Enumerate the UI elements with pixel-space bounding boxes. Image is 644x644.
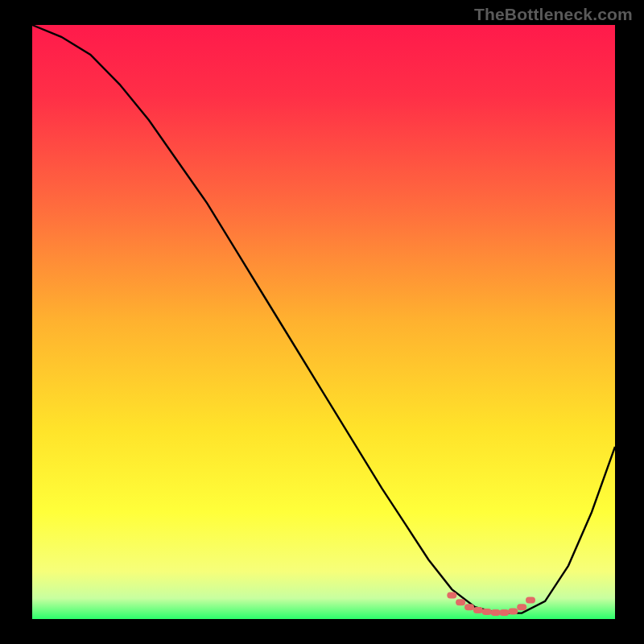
optimal-marker xyxy=(473,607,483,613)
optimal-marker xyxy=(456,599,465,605)
optimal-marker xyxy=(499,609,509,616)
optimal-marker xyxy=(482,609,492,615)
bottleneck-chart xyxy=(0,0,644,644)
optimal-marker xyxy=(517,604,526,610)
optimal-marker xyxy=(491,609,501,616)
optimal-marker xyxy=(508,608,518,614)
plot-background xyxy=(32,25,615,619)
optimal-marker xyxy=(464,604,474,610)
optimal-marker xyxy=(526,597,535,603)
chart-container: TheBottleneck.com xyxy=(0,0,644,644)
optimal-marker xyxy=(447,592,456,599)
